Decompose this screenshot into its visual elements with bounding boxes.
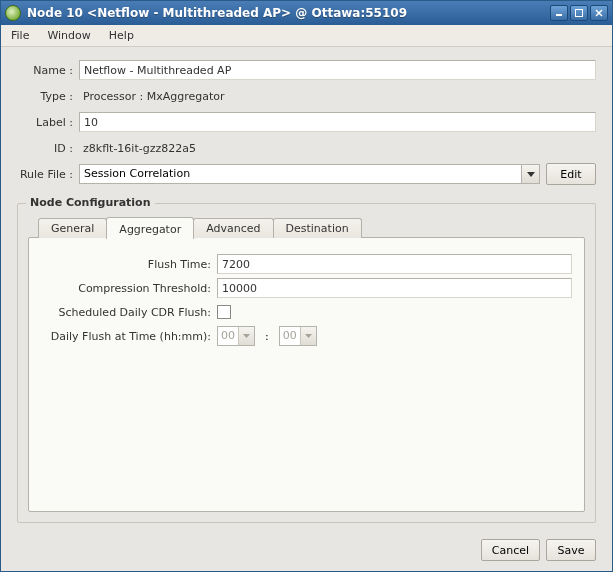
flush-time-label: Flush Time: — [41, 258, 211, 271]
row-id: ID : z8kflt-16it-gzz822a5 — [17, 137, 596, 159]
window: Node 10 <Netflow - Multithreaded AP> @ O… — [0, 0, 613, 572]
rulefile-value: Session Correlation — [80, 165, 521, 183]
content: Name : Type : Processor : MxAggregator L… — [1, 47, 612, 531]
hours-dropdown-button[interactable] — [238, 327, 254, 345]
chevron-down-icon — [243, 334, 250, 338]
time-colon: : — [261, 330, 273, 343]
menu-file[interactable]: File — [7, 27, 33, 44]
id-value: z8kflt-16it-gzz822a5 — [79, 142, 596, 155]
window-title: Node 10 <Netflow - Multithreaded AP> @ O… — [27, 6, 548, 20]
type-label: Type : — [17, 90, 73, 103]
svg-marker-6 — [305, 334, 312, 338]
name-input[interactable] — [79, 60, 596, 80]
label-label: Label : — [17, 116, 73, 129]
node-config-legend: Node Configuration — [26, 196, 155, 209]
row-name: Name : — [17, 59, 596, 81]
tab-destination[interactable]: Destination — [273, 218, 362, 238]
tab-aggregator[interactable]: Aggregator — [106, 217, 194, 239]
tab-advanced[interactable]: Advanced — [193, 218, 273, 238]
id-label: ID : — [17, 142, 73, 155]
minimize-button[interactable] — [550, 5, 568, 21]
menu-help[interactable]: Help — [105, 27, 138, 44]
row-scheduled: Scheduled Daily CDR Flush: — [41, 300, 572, 324]
svg-marker-4 — [527, 172, 535, 177]
scheduled-label: Scheduled Daily CDR Flush: — [41, 306, 211, 319]
cancel-button[interactable]: Cancel — [481, 539, 540, 561]
compression-label: Compression Threshold: — [41, 282, 211, 295]
close-icon — [595, 9, 603, 17]
maximize-icon — [575, 9, 583, 17]
maximize-button[interactable] — [570, 5, 588, 21]
type-value: Processor : MxAggregator — [79, 90, 596, 103]
menubar: File Window Help — [1, 25, 612, 47]
row-label: Label : — [17, 111, 596, 133]
row-flush-time: Flush Time: — [41, 252, 572, 276]
daily-time-label: Daily Flush at Time (hh:mm): — [41, 330, 211, 343]
tab-panel-aggregator: Flush Time: Compression Threshold: Sched… — [28, 237, 585, 512]
titlebar: Node 10 <Netflow - Multithreaded AP> @ O… — [1, 1, 612, 25]
row-daily-flush-time: Daily Flush at Time (hh:mm): 00 : 00 — [41, 324, 572, 348]
name-label: Name : — [17, 64, 73, 77]
minutes-value: 00 — [280, 327, 300, 345]
button-bar: Cancel Save — [1, 531, 612, 571]
row-rulefile: Rule File : Session Correlation Edit — [17, 163, 596, 185]
hours-value: 00 — [218, 327, 238, 345]
close-button[interactable] — [590, 5, 608, 21]
rulefile-combo[interactable]: Session Correlation — [79, 164, 540, 184]
minutes-spinner[interactable]: 00 — [279, 326, 317, 346]
node-config-fieldset: Node Configuration General Aggregator Ad… — [17, 203, 596, 523]
minutes-dropdown-button[interactable] — [300, 327, 316, 345]
svg-rect-0 — [556, 14, 562, 16]
svg-rect-1 — [576, 10, 583, 17]
svg-marker-5 — [243, 334, 250, 338]
hours-spinner[interactable]: 00 — [217, 326, 255, 346]
chevron-down-icon — [527, 172, 535, 177]
row-compression: Compression Threshold: — [41, 276, 572, 300]
tab-general[interactable]: General — [38, 218, 107, 238]
edit-button[interactable]: Edit — [546, 163, 596, 185]
row-type: Type : Processor : MxAggregator — [17, 85, 596, 107]
compression-input[interactable] — [217, 278, 572, 298]
minimize-icon — [555, 9, 563, 17]
rulefile-dropdown-button[interactable] — [521, 165, 539, 183]
scheduled-checkbox[interactable] — [217, 305, 231, 319]
app-icon — [5, 5, 21, 21]
save-button[interactable]: Save — [546, 539, 596, 561]
menu-window[interactable]: Window — [43, 27, 94, 44]
tabs: General Aggregator Advanced Destination — [28, 216, 585, 238]
flush-time-input[interactable] — [217, 254, 572, 274]
rulefile-label: Rule File : — [17, 168, 73, 181]
label-input[interactable] — [79, 112, 596, 132]
chevron-down-icon — [305, 334, 312, 338]
